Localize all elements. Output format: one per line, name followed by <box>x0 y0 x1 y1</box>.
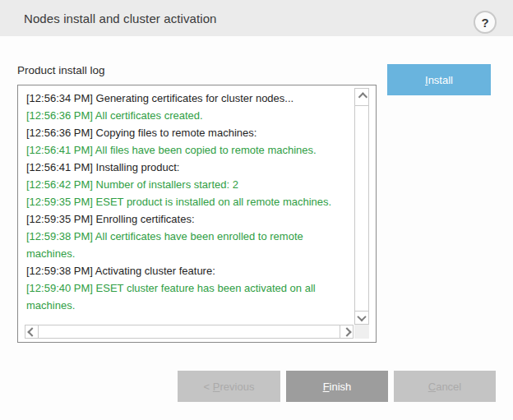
previous-button-label: P <box>213 381 220 393</box>
install-button[interactable]: Install <box>387 64 491 95</box>
scroll-down-button[interactable] <box>355 311 368 324</box>
log-entry: [12:56:41 PM] All files have been copied… <box>26 141 349 159</box>
product-install-log-label: Product install log <box>17 64 105 76</box>
chevron-left-icon <box>27 327 36 336</box>
chevron-right-icon <box>342 327 351 336</box>
log-entry: [12:56:42 PM] Number of installers start… <box>26 176 349 193</box>
product-install-log[interactable]: [12:56:34 PM] Generating certificates fo… <box>17 85 377 343</box>
log-entry: [12:56:41 PM] Installing product: <box>26 159 349 176</box>
product-install-log-content: [12:56:34 PM] Generating certificates fo… <box>26 90 349 314</box>
previous-button[interactable]: < Previous <box>178 371 280 402</box>
chevron-down-icon <box>357 312 366 321</box>
cancel-button[interactable]: Cancel <box>394 371 496 402</box>
log-entry: [12:59:40 PM] ESET cluster feature has b… <box>26 279 349 314</box>
scroll-up-button[interactable] <box>355 89 368 106</box>
question-mark-icon: ? <box>481 16 488 30</box>
scroll-right-button[interactable] <box>340 325 353 338</box>
scroll-left-button[interactable] <box>25 325 39 338</box>
vertical-scrollbar[interactable] <box>354 88 369 325</box>
log-entry: [12:56:36 PM] Copying files to remote ma… <box>26 124 349 141</box>
log-entry: [12:59:38 PM] All certificates have been… <box>26 228 349 262</box>
log-entry: [12:59:38 PM] Activating cluster feature… <box>26 262 349 279</box>
chevron-up-icon <box>358 92 367 101</box>
dialog-header: Nodes install and cluster activation ? <box>0 0 513 36</box>
finish-button[interactable]: Finish <box>286 371 388 402</box>
help-button[interactable]: ? <box>474 11 497 34</box>
page-title: Nodes install and cluster activation <box>24 0 217 36</box>
cancel-button-label: C <box>428 381 436 393</box>
finish-button-label: F <box>323 381 330 393</box>
log-entry: [12:59:35 PM] Enrolling certificates: <box>26 210 349 228</box>
log-entry: [12:59:35 PM] ESET product is installed … <box>26 193 349 210</box>
log-entry: [12:56:34 PM] Generating certificates fo… <box>26 90 349 107</box>
log-entry: [12:56:36 PM] All certificates created. <box>26 107 349 124</box>
scrollbar-corner <box>354 325 369 339</box>
horizontal-scrollbar[interactable] <box>25 325 354 339</box>
